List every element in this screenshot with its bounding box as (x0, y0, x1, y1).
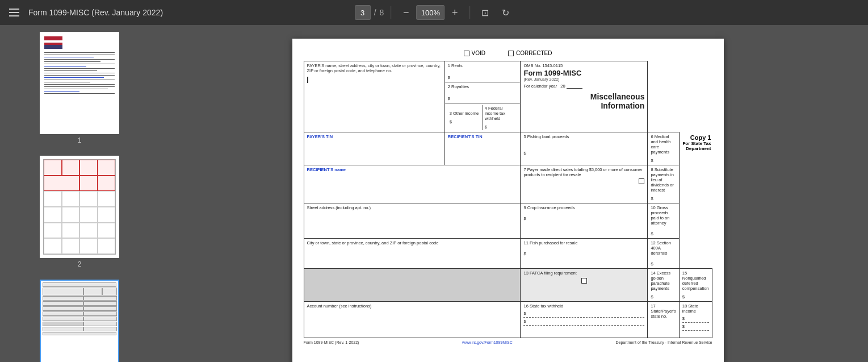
box15-cell: 15 Nonqualified deferred compensation $ (679, 269, 712, 302)
separator-2 (469, 6, 470, 19)
box13-checkbox[interactable] (581, 278, 587, 284)
form-table: PAYER'S name, street address, city or to… (304, 61, 712, 338)
recipient-name-cell: RECIPIENT'S name (304, 165, 521, 203)
city-label: City or town, state or province, country… (307, 240, 518, 246)
box12-label: 12 Section 409A deferrals (651, 240, 676, 256)
row-fatca-box1415: 13 FATCA filing requirement 14 Excess go… (304, 269, 712, 302)
row-tin-box56: PAYER'S TIN RECIPIENT'S TIN 5 Fishing bo… (304, 132, 712, 165)
box9-label: 9 Crop insurance proceeds (523, 205, 644, 210)
separator-1 (391, 6, 391, 19)
pdf-viewer[interactable]: VOID CORRECTED PAYER'S name, street addr… (159, 25, 868, 362)
box18-label: 18 State income (682, 303, 709, 314)
box13-label: 13 FATCA filing requirement (523, 271, 644, 276)
box15-label: 15 Nonqualified deferred compensation (682, 271, 709, 291)
menu-icon[interactable] (7, 6, 22, 19)
box16-cell: 16 State tax withheld $ $ (521, 302, 648, 338)
copy-label-area: Copy 1 For State Tax Department (682, 134, 711, 151)
payer-name-cell: PAYER'S name, street address, city or to… (304, 61, 445, 132)
box3-inner-cell: 3 Other income $ (448, 105, 483, 130)
box13-checkbox-area (523, 278, 644, 284)
payer-tin-label: PAYER'S TIN (307, 134, 333, 139)
box11-cell: 11 Fish purchased for resale $ (521, 239, 648, 269)
page-2-number: 2 (78, 260, 82, 268)
thumbnail-page-1[interactable]: 1 (5, 30, 154, 147)
box8-cell: 8 Substitute payments in lieu of dividen… (648, 165, 679, 203)
box7-checkbox[interactable] (639, 178, 644, 184)
corrected-checkbox[interactable] (508, 51, 514, 56)
page-number-input[interactable] (355, 5, 371, 20)
box11-value: $ (523, 251, 644, 256)
box11-label: 11 Fish purchased for resale (523, 240, 644, 246)
box1-value: $ (448, 75, 518, 80)
box9-cell: 9 Crop insurance proceeds $ (521, 203, 648, 239)
misc-sub: Information (523, 101, 644, 110)
city-cell: City or town, state or province, country… (304, 239, 521, 269)
zoom-level-input[interactable] (416, 5, 445, 20)
box4-label: 4 Federal income tax withheld (485, 106, 516, 121)
copy-sub1: For State Tax (682, 141, 711, 146)
payer-tin-cell: PAYER'S TIN (304, 132, 445, 165)
box14-cell: 14 Excess golden parachute payments $ (648, 269, 679, 302)
box10-value: $ (651, 231, 676, 236)
content-area: 1 (0, 25, 868, 362)
box1-label: 1 Rents (448, 63, 518, 68)
misc-title: Miscellaneous (523, 92, 644, 101)
account-cell: Account number (see instructions) (304, 302, 521, 338)
thumbnail-page-2[interactable]: 2 (5, 153, 154, 271)
box14-label: 14 Excess golden parachute payments (651, 271, 676, 291)
row-city-box1112: City or town, state or province, country… (304, 239, 712, 269)
box3-value: $ (450, 119, 481, 124)
zoom-in-button[interactable]: + (447, 5, 463, 20)
rotate-button[interactable]: ↻ (497, 5, 513, 20)
page-total: 8 (380, 8, 384, 17)
shaded-cell (304, 269, 521, 302)
box18-value2: $ (682, 324, 709, 331)
fit-page-button[interactable]: ⊡ (477, 5, 493, 20)
box6-label: 6 Medical and health care payments (651, 134, 676, 155)
thumbnail-page-3[interactable]: 3 (5, 277, 154, 362)
box3-label: 3 Other income (450, 111, 481, 116)
box16-value1: $ (523, 311, 644, 318)
cal-year-val: 20 (560, 84, 565, 89)
void-corrected-row: VOID CORRECTED (304, 50, 712, 56)
box4-value: $ (485, 124, 516, 130)
box1-cell: 1 Rents $ (445, 61, 521, 82)
copy-sub2: Department (682, 146, 711, 151)
zoom-out-button[interactable]: − (398, 5, 414, 20)
box18-cell: 18 State income $ $ (679, 302, 712, 338)
account-label: Account number (see instructions) (307, 303, 518, 309)
recipient-name-label: RECIPIENT'S name (307, 167, 518, 172)
box12-cell: 12 Section 409A deferrals $ (648, 239, 679, 269)
box5-value: $ (523, 151, 644, 156)
box3-4-inner: 3 Other income $ 4 Federal income tax wi… (448, 105, 518, 130)
void-checkbox-item[interactable]: VOID (464, 50, 485, 56)
box12-value: $ (651, 261, 676, 267)
recipient-tin-cell: RECIPIENT'S TIN (445, 132, 521, 165)
void-checkbox[interactable] (464, 51, 469, 56)
box17-label: 17 State/Payer's state no. (651, 303, 676, 319)
payer-cursor-area (307, 77, 442, 83)
sidebar: 1 (0, 25, 159, 362)
document-title: Form 1099-MISC (Rev. January 2022) (28, 8, 163, 17)
box2-cell: 2 Royalties $ (445, 82, 521, 103)
street-label: Street address (including apt. no.) (307, 205, 518, 210)
form-rev: (Rev. January 2022) (523, 77, 644, 81)
page-1-number: 1 (78, 136, 82, 144)
box5-label: 5 Fishing boat proceeds (523, 134, 644, 139)
box14-value: $ (651, 294, 676, 299)
cursor (307, 77, 308, 83)
box15-value: $ (682, 294, 709, 299)
void-label: VOID (472, 50, 485, 56)
box16-label: 16 State tax withheld (523, 303, 644, 309)
box17-cell: 17 State/Payer's state no. (648, 302, 679, 338)
row-payer-box1-title: PAYER'S name, street address, city or to… (304, 61, 712, 82)
page-separator: / (374, 8, 376, 17)
toolbar: Form 1099-MISC (Rev. January 2022) / 8 −… (0, 0, 868, 25)
box4-inner-cell: 4 Federal income tax withheld $ (483, 105, 517, 130)
box2-value: $ (448, 96, 518, 101)
box2-label: 2 Royalties (448, 84, 518, 89)
copy-label: Copy 1 (682, 134, 711, 141)
corrected-checkbox-item[interactable]: CORRECTED (508, 50, 552, 56)
box5-cell: 5 Fishing boat proceeds $ (521, 132, 648, 165)
box7-cell: 7 Payer made direct sales totaling $5,00… (521, 165, 648, 203)
